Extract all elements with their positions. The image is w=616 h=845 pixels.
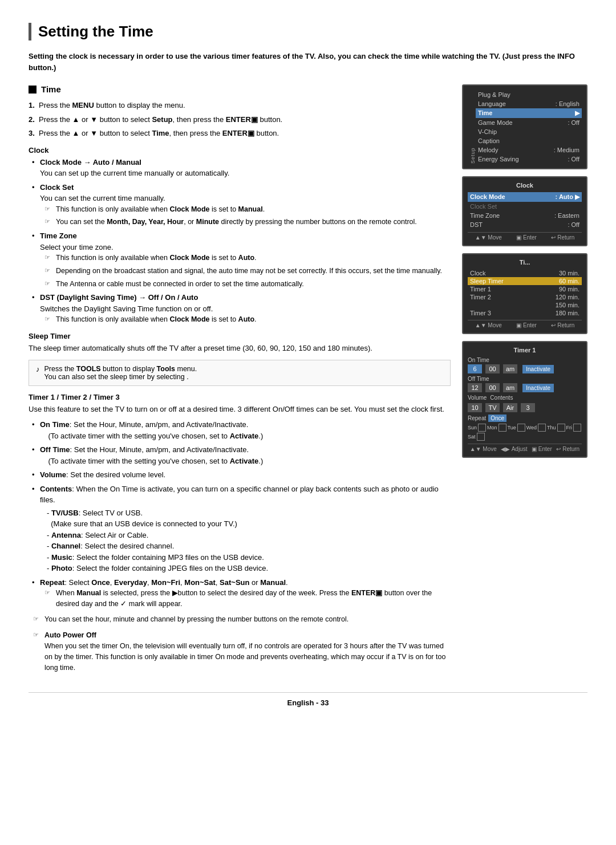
menu-game-mode: Game Mode: Off (476, 118, 582, 127)
volume-contents-row: Volume Contents (468, 395, 582, 401)
timer2-row: Timer 2120 min. (468, 293, 582, 301)
time-icon (29, 86, 37, 94)
repeat-row: Repeat Once (468, 415, 582, 422)
sun-box (478, 424, 486, 432)
menu-language: Language: English (476, 99, 582, 108)
step-2: Press the ▲ or ▼ button to select Setup,… (29, 114, 451, 125)
timer3-row: Timer 3180 min. (468, 309, 582, 317)
on-time-label: On Time (468, 357, 582, 363)
clock-set-row: Clock Set (468, 202, 582, 211)
setup-screen-wrap: Setup Plug & Play Language: English Time… (462, 84, 587, 169)
note-icon-6: ☞ (44, 314, 50, 324)
sat-box (477, 433, 485, 441)
menu-time: Time▶ (476, 108, 582, 118)
timer1-screen: Timer 1 On Time 6 00 am Inactivate Off T… (462, 341, 587, 458)
menu-plug-play: Plug & Play (476, 90, 582, 99)
fri-box (573, 424, 581, 432)
sleep-timer-heading: Sleep Timer (29, 332, 451, 340)
note-icon-1: ☞ (44, 204, 50, 214)
note-icon-4: ☞ (44, 266, 50, 275)
timer-150-row: 150 min. (468, 301, 582, 309)
mon-box (499, 424, 506, 432)
sleep-timer-note-box: ♪ Press the TOOLS button to display Tool… (29, 360, 451, 386)
timer-list-screen: Ti... Clock30 min. Sleep Timer60 min. Ti… (462, 253, 587, 334)
timer-list-footer: ▲▼ Move ▣ Enter ↩ Return (468, 320, 582, 328)
menu-vchip: V-Chip (476, 127, 582, 136)
footer-text: English - 33 (287, 698, 329, 707)
on-time-row: 6 00 am Inactivate (468, 364, 582, 373)
clock-screen-footer: ▲▼ Move ▣ Enter ↩ Return (468, 232, 582, 241)
timer1-footer: ▲▼ Move ◀▶ Adjust ▣ Enter ↩ Return (468, 444, 582, 452)
dst-row: DST: Off (468, 220, 582, 229)
note-icon-9: ☞ (33, 630, 39, 640)
timer-bullets: On Time: Set the Hour, Minute, am/pm, an… (29, 419, 451, 610)
days-row: Sun Mon Tue Wed Thu Fri Sat (468, 424, 582, 441)
main-content: Time Press the MENU button to display th… (29, 84, 451, 675)
repeat-value: Once (488, 415, 506, 422)
volume-contents-values: 10 TV Air 3 (468, 403, 582, 412)
clock-mode-row: Clock Mode: Auto ▶ (468, 192, 582, 202)
timer1-row: Timer 190 min. (468, 285, 582, 293)
sidebar-screens: Setup Plug & Play Language: English Time… (462, 84, 587, 675)
note-icon-2: ☞ (44, 217, 50, 226)
setup-menu-screen: Setup Plug & Play Language: English Time… (462, 84, 587, 169)
step-3: Press the ▲ or ▼ button to select Time, … (29, 128, 451, 139)
off-time-label: Off Time (468, 376, 582, 382)
page-container: Setting the Time Setting the clock is ne… (29, 23, 587, 707)
menu-energy: Energy Saving: Off (476, 155, 582, 164)
time-steps-list: Press the MENU button to display the men… (29, 100, 451, 139)
note-icon-8: ☞ (33, 614, 39, 624)
page-footer: English - 33 (29, 692, 587, 707)
clock-heading: Clock (29, 146, 451, 155)
timer-text: Use this feature to set the TV to turn o… (29, 404, 451, 415)
intro-text: Setting the clock is necessary in order … (29, 51, 587, 73)
timer-clock-row: Clock30 min. (468, 269, 582, 277)
page-title: Setting the Time (29, 23, 587, 40)
step-1: Press the MENU button to display the men… (29, 100, 451, 111)
sleep-timer-text: The sleep timer automatically shuts off … (29, 343, 451, 354)
timer-heading: Timer 1 / Timer 2 / Timer 3 (29, 393, 451, 401)
tools-note-icon: ♪ (36, 365, 40, 373)
content-wrapper: Time Press the MENU button to display th… (29, 84, 587, 675)
setup-label: Setup (468, 90, 476, 164)
menu-melody: Melody: Medium (476, 145, 582, 155)
menu-caption: Caption (476, 136, 582, 145)
note-icon-3: ☞ (44, 253, 50, 262)
time-zone-row: Time Zone: Eastern (468, 211, 582, 220)
off-time-row: 12 00 am Inactivate (468, 383, 582, 392)
wed-box (538, 424, 546, 432)
clock-menu-screen: Clock Clock Mode: Auto ▶ Clock Set Time … (462, 176, 587, 246)
tue-box (517, 424, 525, 432)
thu-box (557, 424, 565, 432)
clock-mode-item: Clock Mode → Auto / Manual You can set u… (29, 157, 451, 326)
timer-sleep-row: Sleep Timer60 min. (468, 277, 582, 285)
note-icon-5: ☞ (44, 279, 50, 289)
time-section-heading: Time (29, 84, 451, 94)
note-icon-7: ☞ (44, 588, 50, 598)
